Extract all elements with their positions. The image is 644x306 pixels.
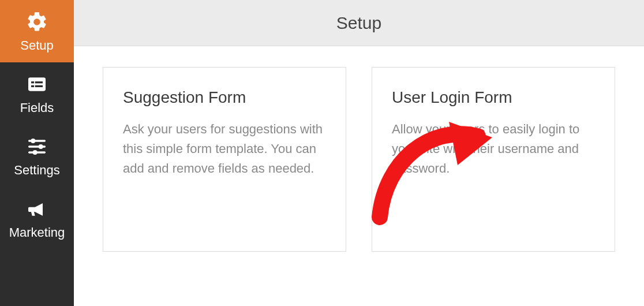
sidebar-item-fields[interactable]: Fields (0, 62, 74, 125)
card-title: Suggestion Form (123, 88, 326, 107)
builder-sidebar: Setup Fields Settings Marketing (0, 0, 74, 306)
sidebar-item-settings[interactable]: Settings (0, 125, 74, 187)
sidebar-item-label: Setup (20, 38, 54, 53)
sidebar-item-marketing[interactable]: Marketing (0, 187, 74, 249)
template-card-suggestion-form[interactable]: Suggestion Form Ask your users for sugge… (103, 67, 346, 252)
megaphone-icon (24, 197, 50, 221)
sidebar-item-setup[interactable]: Setup (0, 0, 74, 62)
template-grid: Suggestion Form Ask your users for sugge… (74, 46, 644, 306)
sidebar-item-label: Settings (14, 163, 60, 178)
svg-point-6 (31, 139, 35, 143)
svg-point-10 (33, 150, 38, 155)
card-description: Allow your users to easily login to your… (392, 120, 595, 178)
topbar: Setup (74, 0, 644, 46)
template-card-user-login-form[interactable]: User Login Form Allow your users to easi… (372, 67, 615, 252)
sliders-icon (24, 135, 50, 158)
svg-point-8 (39, 144, 43, 149)
sidebar-item-label: Marketing (9, 225, 65, 240)
sidebar-item-label: Fields (20, 100, 54, 115)
list-icon (24, 73, 50, 96)
svg-rect-4 (35, 85, 43, 87)
svg-rect-2 (35, 81, 43, 83)
svg-rect-0 (28, 77, 46, 91)
svg-rect-1 (31, 81, 34, 83)
gear-icon (24, 10, 50, 33)
main-panel: Setup Suggestion Form Ask your users for… (74, 0, 644, 306)
card-description: Ask your users for suggestions with this… (123, 120, 326, 178)
card-title: User Login Form (392, 88, 595, 107)
svg-rect-3 (31, 85, 34, 87)
page-title: Setup (336, 13, 381, 33)
app-root: Setup Fields Settings Marketing (0, 0, 644, 306)
